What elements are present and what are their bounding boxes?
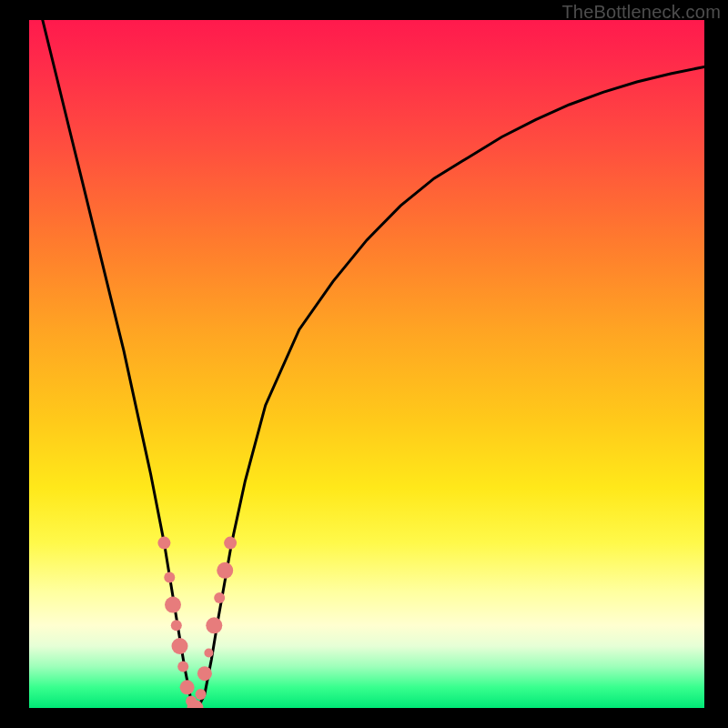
watermark-text: TheBottleneck.com bbox=[561, 2, 721, 23]
chart-plot-area bbox=[29, 20, 704, 708]
marker-dot bbox=[196, 689, 207, 700]
bottleneck-curve bbox=[29, 20, 704, 708]
marker-dot bbox=[197, 666, 212, 681]
marker-dot bbox=[224, 537, 237, 550]
marker-dot bbox=[157, 537, 170, 550]
marker-dot bbox=[204, 649, 213, 658]
marker-dot bbox=[165, 597, 181, 613]
marker-group bbox=[157, 537, 237, 708]
marker-dot bbox=[172, 638, 188, 654]
marker-dot bbox=[186, 695, 197, 706]
marker-dot bbox=[171, 620, 182, 631]
marker-dot bbox=[187, 700, 204, 708]
marker-dot bbox=[164, 571, 175, 582]
marker-dot bbox=[177, 662, 188, 672]
chart-frame: TheBottleneck.com bbox=[0, 0, 728, 728]
marker-dot bbox=[217, 562, 233, 579]
marker-dot bbox=[206, 617, 222, 633]
marker-dot bbox=[180, 680, 195, 694]
chart-svg bbox=[29, 20, 704, 708]
marker-dot bbox=[214, 592, 225, 603]
